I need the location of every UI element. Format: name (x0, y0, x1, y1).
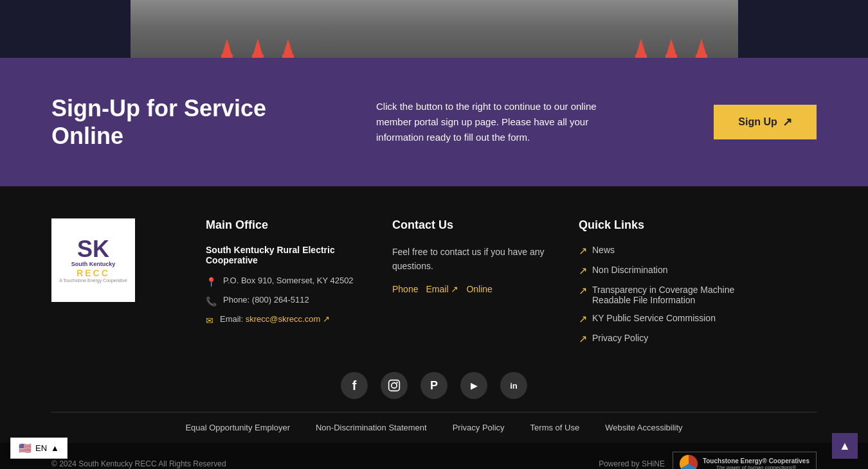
pinterest-icon[interactable]: P (420, 372, 448, 399)
location-icon: 📍 (206, 277, 217, 287)
instagram-icon[interactable] (381, 372, 408, 399)
linkedin-icon[interactable]: in (500, 372, 527, 399)
footer: SK South Kentucky RECC A Touchstone Ener… (0, 186, 868, 443)
touchstone-name: Touchstone Energy® Cooperatives (703, 457, 809, 465)
quick-link-nondiscrimination[interactable]: ↗ Non Discrimination (579, 265, 772, 277)
traffic-cone (665, 39, 677, 58)
powered-by-label: Powered by SHiNE (599, 459, 665, 468)
non-discrimination-statement-link[interactable]: Non-Discrimination Statement (316, 423, 427, 432)
signup-button-label: Sign Up (738, 116, 777, 128)
svg-point-1 (392, 383, 397, 388)
phone-icon: 📞 (206, 296, 217, 306)
hero-image (0, 0, 868, 58)
quick-link-arrow-icon: ↗ (579, 333, 587, 345)
email-link[interactable]: skrecc@skrecc.com ↗ (246, 314, 330, 324)
contact-email-link[interactable]: Email ↗ (426, 284, 458, 294)
quick-link-arrow-icon: ↗ (579, 285, 587, 297)
privacy-policy-link[interactable]: Privacy Policy (453, 423, 505, 432)
quick-link-privacy-label: Privacy Policy (592, 333, 648, 343)
contact-us-title: Contact Us (392, 218, 553, 232)
address-item: 📍 P.O. Box 910, Somerset, KY 42502 (206, 276, 366, 287)
phone-item: 📞 Phone: (800) 264-5112 (206, 295, 366, 306)
signup-arrow-icon: ↗ (782, 115, 792, 129)
traffic-cone (221, 39, 233, 58)
touchstone-tagline: The power of human connections® (716, 465, 796, 469)
main-office-title: Main Office (206, 218, 366, 232)
contact-links: Phone Email ↗ Online (392, 284, 553, 294)
powered-by: Powered by SHiNE Touchstone Energy® Coop… (599, 452, 817, 469)
terms-of-use-link[interactable]: Terms of Use (530, 423, 580, 432)
contact-description: Feel free to contact us if you have any … (392, 245, 553, 274)
touchstone-logo-text: Touchstone Energy® Cooperatives The powe… (703, 457, 809, 469)
chevron-up-icon: ▲ (51, 443, 59, 453)
signup-description: Click the button to the right to continu… (376, 99, 620, 145)
quick-links-col: Quick Links ↗ News ↗ Non Discrimination … (579, 218, 772, 353)
contact-phone-link[interactable]: Phone (392, 284, 418, 294)
flag-icon: 🇺🇸 (19, 442, 32, 454)
contact-online-link[interactable]: Online (466, 284, 492, 294)
email-icon: ✉ (206, 315, 213, 326)
main-office-col: Main Office South Kentucky Rural Electri… (206, 218, 366, 333)
touchstone-box: Touchstone Energy® Cooperatives The powe… (673, 452, 817, 469)
logo-placeholder: SK South Kentucky RECC A Touchstone Ener… (59, 238, 127, 283)
logo-tagline: A Touchstone Energy Cooperative (59, 278, 127, 283)
touchstone-logo-circle (680, 455, 698, 469)
signup-button[interactable]: Sign Up ↗ (714, 105, 817, 139)
website-accessibility-link[interactable]: Website Accessibility (605, 423, 682, 432)
logo-sk-sub: South Kentucky (71, 261, 116, 268)
hero-image-inner (131, 0, 738, 58)
traffic-cone (696, 39, 707, 58)
svg-point-2 (396, 382, 398, 384)
phone-text: Phone: (800) 264-5112 (223, 295, 309, 305)
address-text: P.O. Box 910, Somerset, KY 42502 (223, 276, 354, 285)
signup-banner: Sign-Up for Service Online Click the but… (0, 58, 868, 186)
footer-grid: SK South Kentucky RECC A Touchstone Ener… (51, 218, 817, 353)
quick-link-ky-psc-label: KY Public Service Commission (592, 313, 716, 323)
quick-link-transparency-label: Transparency in Coverage Machine Readabl… (592, 285, 772, 305)
svg-rect-0 (389, 380, 400, 391)
quick-link-arrow-icon: ↗ (579, 265, 587, 277)
quick-link-arrow-icon: ↗ (579, 313, 587, 325)
quick-links-title: Quick Links (579, 218, 772, 232)
contact-us-col: Contact Us Feel free to contact us if yo… (392, 218, 553, 294)
quick-link-privacy[interactable]: ↗ Privacy Policy (579, 333, 772, 345)
logo-sk-text: SK (77, 238, 109, 261)
logo-recc: RECC (77, 268, 110, 278)
signup-title: Sign-Up for Service Online (51, 94, 283, 150)
quick-link-ky-psc[interactable]: ↗ KY Public Service Commission (579, 313, 772, 325)
traffic-cone (252, 39, 264, 58)
traffic-cone (282, 39, 294, 58)
footer-copyright: © 2024 South Kentucky RECC All Rights Re… (0, 443, 868, 469)
quick-link-news-label: News (592, 245, 615, 255)
quick-link-nondiscrimination-label: Non Discrimination (592, 265, 667, 275)
chevron-up-icon: ▲ (839, 439, 851, 453)
org-name: South Kentucky Rural Electric Cooperativ… (206, 245, 366, 265)
social-bar: f P ▶ in (51, 353, 817, 412)
facebook-icon[interactable]: f (341, 372, 368, 399)
quick-link-arrow-icon: ↗ (579, 245, 587, 257)
footer-logo-col: SK South Kentucky RECC A Touchstone Ener… (51, 218, 180, 302)
quick-link-news[interactable]: ↗ News (579, 245, 772, 257)
traffic-cone (635, 39, 647, 58)
language-code: EN (35, 443, 47, 453)
equal-opportunity-link[interactable]: Equal Opportunity Employer (185, 423, 290, 432)
footer-bottom-links: Equal Opportunity Employer Non-Discrimin… (51, 412, 817, 443)
copyright-text: © 2024 South Kentucky RECC All Rights Re… (51, 459, 226, 468)
youtube-icon[interactable]: ▶ (460, 372, 487, 399)
email-text: Email: skrecc@skrecc.com ↗ (220, 314, 330, 324)
scroll-to-top-button[interactable]: ▲ (832, 433, 858, 459)
footer-logo: SK South Kentucky RECC A Touchstone Ener… (51, 218, 135, 302)
language-selector[interactable]: 🇺🇸 EN ▲ (10, 438, 68, 459)
quick-link-transparency[interactable]: ↗ Transparency in Coverage Machine Reada… (579, 285, 772, 305)
email-item: ✉ Email: skrecc@skrecc.com ↗ (206, 314, 366, 326)
